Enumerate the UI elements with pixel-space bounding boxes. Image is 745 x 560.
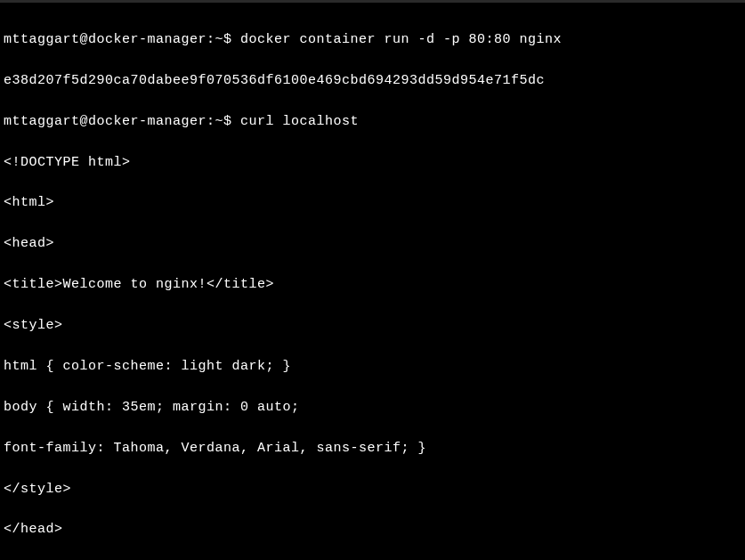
command-line-1: mttaggart@docker-manager:~$ docker conta… — [4, 30, 741, 51]
output-line: </head> — [4, 520, 741, 540]
command-text: curl localhost — [240, 114, 359, 129]
output-line: <title>Welcome to nginx!</title> — [4, 275, 741, 296]
command-text: docker container run -d -p 80:80 nginx — [240, 32, 562, 47]
shell-prompt: mttaggart@docker-manager:~$ — [4, 114, 240, 129]
output-line: body { width: 35em; margin: 0 auto; — [4, 398, 741, 418]
output-line: html { color-scheme: light dark; } — [4, 357, 741, 377]
shell-prompt: mttaggart@docker-manager:~$ — [4, 32, 240, 47]
terminal-viewport[interactable]: mttaggart@docker-manager:~$ docker conta… — [0, 3, 745, 560]
output-line: <!DOCTYPE html> — [4, 153, 741, 174]
output-line: <html> — [4, 193, 741, 214]
output-container-id: e38d207f5d290ca70dabee9f070536df6100e469… — [4, 71, 741, 92]
command-line-2: mttaggart@docker-manager:~$ curl localho… — [4, 112, 741, 133]
output-line: font-family: Tahoma, Verdana, Arial, san… — [4, 439, 741, 459]
output-line: <head> — [4, 234, 741, 255]
output-line: <style> — [4, 316, 741, 337]
output-line: </style> — [4, 480, 741, 500]
